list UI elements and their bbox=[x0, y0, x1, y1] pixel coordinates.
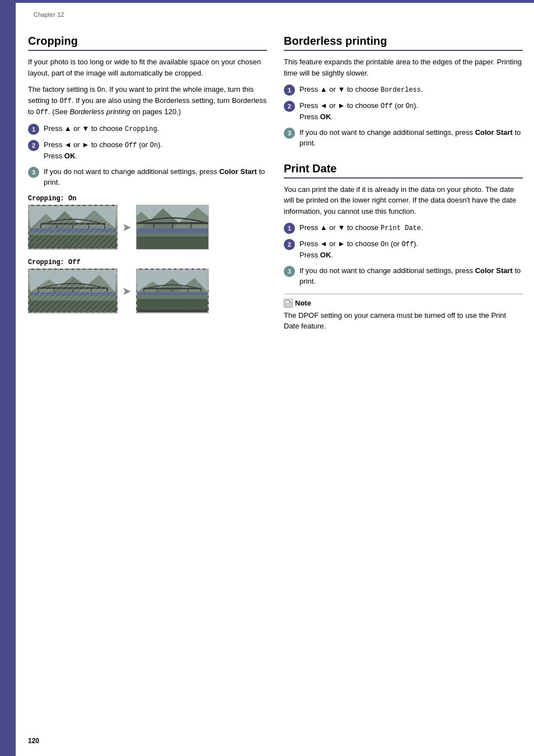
cropping-p2-text5: on pages 120.) bbox=[130, 107, 181, 116]
cropping-section: Cropping If your photo is too long or wi… bbox=[28, 35, 267, 332]
svg-marker-4 bbox=[30, 214, 62, 228]
cropping-off-row: ➤ bbox=[28, 269, 267, 313]
svg-rect-31 bbox=[30, 270, 115, 293]
cropping-on-demo: Cropping: On bbox=[28, 195, 267, 250]
svg-rect-55 bbox=[137, 292, 208, 295]
step2-code2: On bbox=[150, 142, 158, 149]
note-text: The DPOF setting on your camera must be … bbox=[284, 310, 523, 332]
step1-end: . bbox=[157, 124, 160, 133]
bp-step3-bold: Color Start bbox=[475, 128, 513, 137]
cropping-on-label: Cropping: On bbox=[28, 195, 267, 203]
borderless-title: Borderless printing bbox=[284, 35, 523, 51]
svg-rect-16 bbox=[137, 236, 208, 248]
cropping-step3: 3 If you do not want to change additiona… bbox=[28, 166, 267, 188]
svg-rect-3 bbox=[30, 206, 115, 228]
bp-step1-code: Borderless bbox=[381, 86, 421, 94]
print-date-title: Print Date bbox=[284, 162, 523, 179]
top-bar bbox=[16, 0, 534, 3]
cropping-on-row: ➤ bbox=[28, 205, 267, 250]
svg-rect-7 bbox=[41, 223, 105, 224]
cropping-off-after-img bbox=[136, 269, 209, 313]
note-box: Note The DPOF setting on your camera mus… bbox=[284, 294, 523, 332]
pd-step2-ok: OK bbox=[320, 251, 331, 259]
note-label: Note bbox=[295, 299, 311, 307]
step2-code: Off bbox=[125, 142, 137, 149]
cropping-on-before-img bbox=[28, 205, 118, 250]
bp-step2-end: ). bbox=[414, 101, 418, 110]
svg-marker-6 bbox=[73, 210, 115, 228]
borderless-section: Borderless printing This feature expands… bbox=[284, 35, 523, 149]
step2-mid: (or bbox=[137, 140, 150, 149]
pd-step2: 2 Press ◄ or ► to choose On (or Off). Pr… bbox=[284, 238, 523, 261]
pd-step3-pre: If you do not want to change additional … bbox=[299, 266, 475, 275]
bp-step3: 3 If you do not want to change additiona… bbox=[284, 127, 523, 149]
pd-step1-text: Press ▲ or ▼ to choose Print Date. bbox=[299, 222, 423, 233]
left-bar bbox=[0, 0, 16, 756]
cropping-on-arrow: ➤ bbox=[122, 220, 132, 234]
step1-text: Press ▲ or ▼ to choose Cropping. bbox=[44, 123, 159, 134]
svg-rect-2 bbox=[30, 235, 115, 248]
cropping-off-before-img bbox=[28, 269, 118, 313]
pd-step1: 1 Press ▲ or ▼ to choose Print Date. bbox=[284, 222, 523, 234]
pd-step2-dot: . bbox=[331, 251, 333, 259]
svg-marker-34 bbox=[78, 275, 116, 292]
step2-press: Press bbox=[44, 152, 64, 160]
cropping-p2-code1: On bbox=[97, 86, 105, 94]
right-column: Borderless printing This feature expands… bbox=[284, 35, 523, 332]
cropping-on-after-img bbox=[136, 205, 209, 250]
pd-step3: 3 If you do not want to change additiona… bbox=[284, 265, 523, 287]
cropping-intro-p1: If your photo is too long or wide to fit… bbox=[28, 57, 267, 78]
bp-step2: 2 Press ◄ or ► to choose Off (or On). Pr… bbox=[284, 100, 523, 123]
bp-step2-dot: . bbox=[331, 112, 333, 121]
step3-bold: Color Start bbox=[219, 167, 257, 176]
svg-rect-27 bbox=[137, 228, 208, 233]
cropping-off-demo: Cropping: Off bbox=[28, 259, 267, 313]
step2-end: ). bbox=[158, 140, 162, 149]
pd-step2-mid: (or bbox=[388, 240, 401, 248]
bp-step3-text: If you do not want to change additional … bbox=[299, 127, 523, 149]
bp-step3-badge: 3 bbox=[284, 128, 295, 139]
svg-rect-30 bbox=[30, 300, 115, 312]
cropping-step1: 1 Press ▲ or ▼ to choose Cropping. bbox=[28, 123, 267, 135]
cropping-p2-italic: Borderless printing bbox=[69, 107, 130, 116]
svg-rect-35 bbox=[38, 287, 107, 289]
bp-step3-pre: If you do not want to change additional … bbox=[299, 128, 475, 137]
bp-step2-badge: 2 bbox=[284, 101, 295, 112]
cropping-title: Cropping bbox=[28, 35, 267, 51]
svg-rect-13 bbox=[30, 228, 115, 232]
bp-step1-pre: Press ▲ or ▼ to choose bbox=[299, 85, 381, 93]
svg-rect-41 bbox=[30, 292, 115, 295]
pd-step2-pre: Press ◄ or ► to choose bbox=[299, 240, 381, 248]
pd-step3-text: If you do not want to change additional … bbox=[299, 265, 523, 287]
cropping-p2-text1: The factory setting is bbox=[28, 85, 97, 93]
svg-rect-0 bbox=[30, 206, 115, 248]
pd-step1-badge: 1 bbox=[284, 223, 295, 234]
cropping-off-arrow: ➤ bbox=[122, 284, 132, 298]
cropping-p2-code3: Off bbox=[36, 109, 48, 116]
pd-step2-press: Press bbox=[299, 251, 320, 259]
bp-step1-end: . bbox=[421, 85, 423, 93]
page-number: 120 bbox=[28, 737, 39, 745]
bp-step2-press: Press bbox=[299, 112, 320, 121]
bp-step2-ok: OK bbox=[320, 112, 331, 121]
svg-marker-5 bbox=[46, 211, 84, 228]
bp-step2-code: Off bbox=[381, 102, 393, 110]
cropping-p2-text4: . (See bbox=[48, 107, 69, 116]
step1-code: Cropping bbox=[125, 125, 157, 133]
note-title-row: Note bbox=[284, 299, 523, 308]
svg-rect-44 bbox=[137, 299, 208, 308]
pd-step1-code: Print Date bbox=[381, 224, 421, 232]
pd-step1-pre: Press ▲ or ▼ to choose bbox=[299, 223, 381, 232]
step2-text: Press ◄ or ► to choose Off (or On). Pres… bbox=[44, 139, 162, 162]
step1-badge: 1 bbox=[28, 124, 39, 135]
cropping-p2-code2: Off bbox=[59, 97, 72, 105]
note-icon bbox=[284, 299, 293, 308]
pd-step1-end: . bbox=[421, 223, 423, 232]
pd-step3-bold: Color Start bbox=[475, 266, 513, 275]
print-date-section: Print Date You can print the date if it … bbox=[284, 162, 523, 332]
pd-step3-badge: 3 bbox=[284, 266, 295, 277]
step2-pre: Press ◄ or ► to choose bbox=[44, 140, 125, 149]
step3-text: If you do not want to change additional … bbox=[44, 166, 267, 188]
step1-pre: Press ▲ or ▼ to choose bbox=[44, 124, 125, 133]
borderless-intro: This feature expands the printable area … bbox=[284, 57, 523, 78]
